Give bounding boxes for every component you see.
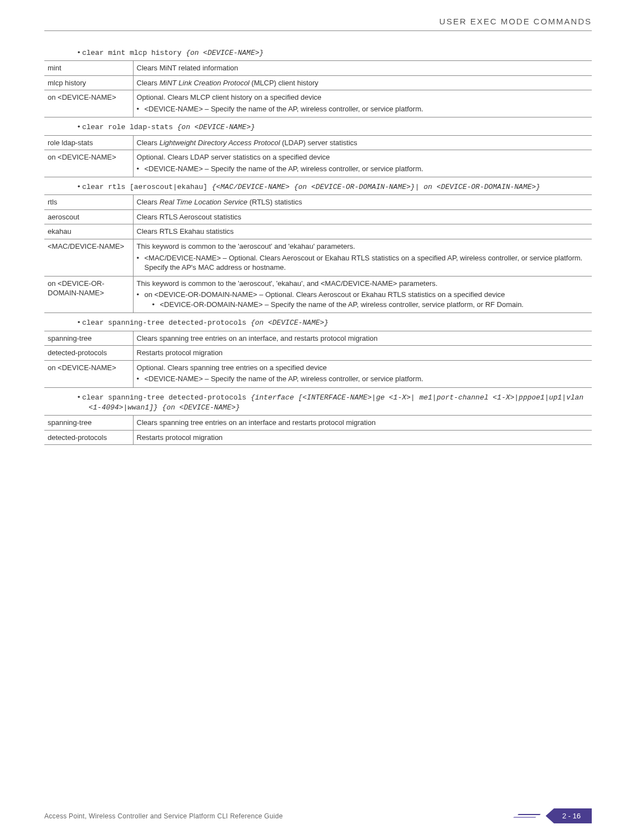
table-row: spanning-treeClears spanning tree entrie… xyxy=(44,416,592,431)
header-rule xyxy=(44,30,592,31)
table-row: on <DEVICE-NAME>Optional. Clears MLCP cl… xyxy=(44,90,592,117)
param-name: mlcp history xyxy=(44,75,133,90)
param-name: aeroscout xyxy=(44,209,133,224)
param-desc: Clears spanning tree entries on an inter… xyxy=(133,331,592,346)
table-row: on <DEVICE-NAME>Optional. Clears spannin… xyxy=(44,360,592,387)
page-number: 2 - 16 xyxy=(546,808,592,823)
list-item: <MAC/DEVICE-NAME> – Optional. Clears Aer… xyxy=(137,253,589,273)
param-name: ekahau xyxy=(44,224,133,239)
list-item: <DEVICE-NAME> – Specify the name of the … xyxy=(137,164,589,174)
command-syntax: clear rtls [aeroscout|ekahau] {<MAC/DEVI… xyxy=(78,182,592,192)
list-item: <DEVICE-OR-DOMAIN-NAME> – Specify the na… xyxy=(152,300,589,310)
param-desc: Clears RTLS Aeroscout statistics xyxy=(133,209,592,224)
param-name: on <DEVICE-NAME> xyxy=(44,360,133,387)
param-desc: Clears Lightweight Directory Access Prot… xyxy=(133,135,592,150)
footer-decor xyxy=(514,814,536,818)
table-row: mlcp historyClears MiNT Link Creation Pr… xyxy=(44,75,592,90)
param-name: mint xyxy=(44,61,133,76)
param-desc: Clears MiNT related information xyxy=(133,61,592,76)
table-row: rtlsClears Real Time Location Service (R… xyxy=(44,195,592,210)
table-row: spanning-treeClears spanning tree entrie… xyxy=(44,331,592,346)
param-desc: Restarts protocol migration xyxy=(133,430,592,445)
table-row: role ldap-statsClears Lightweight Direct… xyxy=(44,135,592,150)
table-row: aeroscoutClears RTLS Aeroscout statistic… xyxy=(44,209,592,224)
param-name: on <DEVICE-NAME> xyxy=(44,150,133,177)
table-row: detected-protocolsRestarts protocol migr… xyxy=(44,346,592,361)
param-desc: This keyword is common to the 'aeroscout… xyxy=(133,276,592,313)
parameter-table: role ldap-statsClears Lightweight Direct… xyxy=(44,135,592,178)
table-row: ekahauClears RTLS Ekahau statistics xyxy=(44,224,592,239)
param-name: on <DEVICE-NAME> xyxy=(44,90,133,117)
command-syntax: clear mint mlcp history {on <DEVICE-NAME… xyxy=(78,48,592,58)
param-desc: Restarts protocol migration xyxy=(133,346,592,361)
param-name: role ldap-stats xyxy=(44,135,133,150)
table-row: <MAC/DEVICE-NAME>This keyword is common … xyxy=(44,239,592,276)
footer-text: Access Point, Wireless Controller and Se… xyxy=(44,812,283,820)
parameter-table: spanning-treeClears spanning tree entrie… xyxy=(44,331,592,388)
param-name: detected-protocols xyxy=(44,346,133,361)
param-name: spanning-tree xyxy=(44,331,133,346)
param-desc: This keyword is common to the 'aeroscout… xyxy=(133,239,592,276)
parameter-table: mintClears MiNT related informationmlcp … xyxy=(44,60,592,117)
param-name: detected-protocols xyxy=(44,430,133,445)
list-item: <DEVICE-NAME> – Specify the name of the … xyxy=(137,374,589,384)
param-name: <MAC/DEVICE-NAME> xyxy=(44,239,133,276)
page-footer: Access Point, Wireless Controller and Se… xyxy=(44,808,592,823)
command-syntax: clear spanning-tree detected-protocols {… xyxy=(78,392,592,413)
param-desc: Optional. Clears MLCP client history on … xyxy=(133,90,592,117)
param-desc: Optional. Clears LDAP server statistics … xyxy=(133,150,592,177)
parameter-table: rtlsClears Real Time Location Service (R… xyxy=(44,194,592,313)
table-row: detected-protocolsRestarts protocol migr… xyxy=(44,430,592,445)
command-syntax: clear role ldap-stats {on <DEVICE-NAME>} xyxy=(78,122,592,132)
list-item: on <DEVICE-OR-DOMAIN-NAME> – Optional. C… xyxy=(137,290,589,309)
param-desc: Clears MiNT Link Creation Protocol (MLCP… xyxy=(133,75,592,90)
page-header-title: USER EXEC MODE COMMANDS xyxy=(44,17,592,26)
list-item: <DEVICE-NAME> – Specify the name of the … xyxy=(137,104,589,114)
command-syntax: clear spanning-tree detected-protocols {… xyxy=(78,317,592,328)
table-row: mintClears MiNT related information xyxy=(44,61,592,76)
parameter-table: spanning-treeClears spanning tree entrie… xyxy=(44,415,592,445)
param-desc: Optional. Clears spanning tree entries o… xyxy=(133,360,592,387)
param-desc: Clears spanning tree entries on an inter… xyxy=(133,416,592,431)
table-row: on <DEVICE-NAME>Optional. Clears LDAP se… xyxy=(44,150,592,177)
table-row: on <DEVICE-OR-DOMAIN-NAME>This keyword i… xyxy=(44,276,592,313)
param-name: rtls xyxy=(44,195,133,210)
param-name: on <DEVICE-OR-DOMAIN-NAME> xyxy=(44,276,133,313)
param-name: spanning-tree xyxy=(44,416,133,431)
param-desc: Clears RTLS Ekahau statistics xyxy=(133,224,592,239)
param-desc: Clears Real Time Location Service (RTLS)… xyxy=(133,195,592,210)
